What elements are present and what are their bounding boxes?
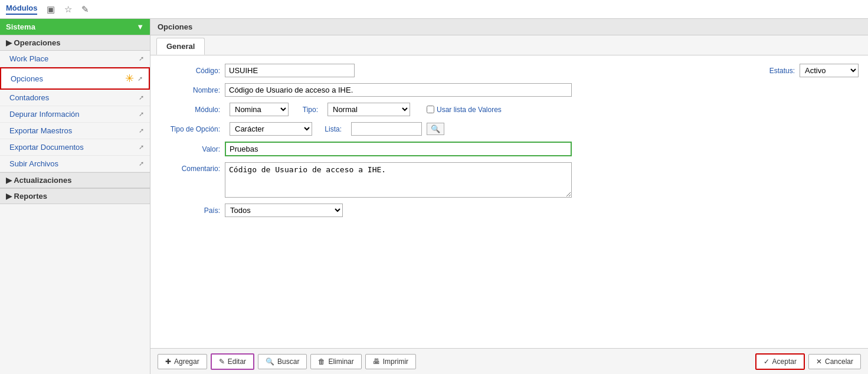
external-link-icon-em: ➚ [139,127,144,134]
aceptar-button[interactable]: ✓ Aceptar [755,353,805,370]
modules-title: Módulos [6,4,37,15]
sidebar-item-label-workplace: Work Place [9,54,48,63]
aceptar-label: Aceptar [772,357,797,366]
external-link-icon-ed: ➚ [139,143,144,151]
star-burst-icon: ✳ [125,72,134,85]
imprimir-button[interactable]: 🖶 Imprimir [365,354,416,369]
external-link-icon: ➚ [139,55,144,63]
form-row-nombre: Nombre: [160,83,859,97]
content-area: Opciones General Código: Estatus: Activo… [150,19,868,374]
sidebar-item-opciones[interactable]: Opciones ✳ ➚ [0,67,150,90]
agregar-button[interactable]: ✚ Agregar [158,354,207,369]
sidebar-section-actualizaciones[interactable]: ▶ Actualizaciones [0,172,150,188]
sidebar-section-operaciones[interactable]: ▶ Operaciones [0,35,150,51]
tab-general-label: General [166,42,195,51]
tipo-label: Tipo: [293,106,323,114]
tipo-select[interactable]: Normal Avanzado [327,103,410,116]
cancelar-label: Cancelar [825,357,853,366]
sidebar-item-exportar-docs[interactable]: Exportar Documentos ➚ [0,139,150,156]
sidebar-item-depurar[interactable]: Depurar Información ➚ [0,106,150,123]
estatus-select[interactable]: Activo Inactivo [800,64,859,77]
external-link-icon-cont: ➚ [139,94,144,101]
sidebar-item-subir[interactable]: Subir Archivos ➚ [0,156,150,172]
pais-label: País: [160,206,225,215]
imprimir-label: Imprimir [383,357,408,366]
lista-label: Lista: [317,125,346,133]
cancelar-icon: ✕ [816,357,822,366]
tab-bar: General [150,35,868,55]
sidebar-item-label-depurar: Depurar Información [9,110,80,119]
module-label: Sistema [6,22,35,31]
lista-input[interactable] [351,122,422,136]
cancelar-button[interactable]: ✕ Cancelar [808,354,861,369]
estatus-label: Estatus: [758,67,800,75]
tipo-opcion-label: Tipo de Opción: [160,125,225,133]
eliminar-icon: 🗑 [318,357,325,366]
usar-lista-checkbox-label[interactable]: Usar lista de Valores [427,106,502,114]
monitor-icon[interactable]: ▣ [47,4,55,15]
form-row-modulo: Módulo: Nomina Sistema Tipo: Normal Avan… [160,103,859,116]
module-button[interactable]: Sistema ▼ [0,19,150,35]
form-row-valor: Valor: [160,142,859,156]
main-layout: Sistema ▼ ▶ Operaciones Work Place ➚ Opc… [0,19,868,374]
external-link-icon-opciones: ➚ [137,75,143,83]
sidebar-item-label-exp-docs: Exportar Documentos [9,143,84,152]
top-bar: Módulos ▣ ☆ ✎ [0,0,868,19]
agregar-icon: ✚ [165,357,171,366]
editar-label: Editar [228,357,246,366]
section-reportes-label: ▶ Reportes [6,192,47,201]
external-link-icon-dep: ➚ [139,110,144,118]
sidebar-item-contadores[interactable]: Contadores ➚ [0,90,150,106]
eliminar-button[interactable]: 🗑 Eliminar [310,354,361,369]
form-row-pais: País: Todos México Colombia [160,204,859,217]
tab-general[interactable]: General [156,38,205,55]
lista-search-button[interactable]: 🔍 [427,123,444,135]
comentario-textarea[interactable]: Código de Usuario de acceso a IHE. [225,162,572,198]
form-area: Código: Estatus: Activo Inactivo Nombre:… [150,55,868,348]
buscar-button[interactable]: 🔍 Buscar [258,354,307,369]
content-header: Opciones [150,19,868,35]
buscar-label: Buscar [277,357,299,366]
buscar-icon: 🔍 [266,357,274,366]
sidebar-item-label-subir: Subir Archivos [9,159,58,168]
module-arrow: ▼ [136,22,144,31]
pais-select[interactable]: Todos México Colombia [225,204,343,217]
nombre-label: Nombre: [160,86,225,94]
editar-button[interactable]: ✎ Editar [211,353,254,370]
aceptar-icon: ✓ [764,357,769,366]
section-actualizaciones-label: ▶ Actualizaciones [6,176,71,185]
form-row-codigo: Código: Estatus: Activo Inactivo [160,64,859,77]
modulo-label: Módulo: [160,106,225,114]
sidebar-item-label-contadores: Contadores [9,93,49,102]
sidebar-item-label-exp-maestros: Exportar Maestros [9,126,72,135]
modulo-select[interactable]: Nomina Sistema [230,103,289,116]
nombre-input[interactable] [225,83,572,97]
edit-icon[interactable]: ✎ [81,4,89,15]
star-icon[interactable]: ☆ [64,4,72,15]
codigo-label: Código: [160,67,225,75]
form-row-tipo-opcion: Tipo de Opción: Carácter Número Fecha Li… [160,122,859,136]
usar-lista-label: Usar lista de Valores [437,106,502,114]
comentario-label: Comentario: [160,162,225,173]
section-operaciones-label: ▶ Operaciones [6,38,60,47]
tipo-opcion-select[interactable]: Carácter Número Fecha [230,122,312,136]
valor-label: Valor: [160,145,225,153]
usar-lista-checkbox[interactable] [427,106,434,113]
sidebar-item-exportar-maestros[interactable]: Exportar Maestros ➚ [0,123,150,139]
form-row-comentario: Comentario: Código de Usuario de acceso … [160,162,859,198]
editar-icon: ✎ [219,357,225,366]
external-link-icon-sa: ➚ [139,160,144,168]
sidebar-section-reportes[interactable]: ▶ Reportes [0,188,150,204]
codigo-input[interactable] [225,64,355,77]
sidebar-item-workplace[interactable]: Work Place ➚ [0,51,150,67]
imprimir-icon: 🖶 [373,357,380,366]
eliminar-label: Eliminar [328,357,353,366]
sidebar: Sistema ▼ ▶ Operaciones Work Place ➚ Opc… [0,19,150,374]
bottom-toolbar: ✚ Agregar ✎ Editar 🔍 Buscar 🗑 Eliminar 🖶… [150,348,868,374]
valor-input[interactable] [225,142,572,156]
sidebar-item-label-opciones: Opciones [11,74,43,83]
agregar-label: Agregar [174,357,199,366]
